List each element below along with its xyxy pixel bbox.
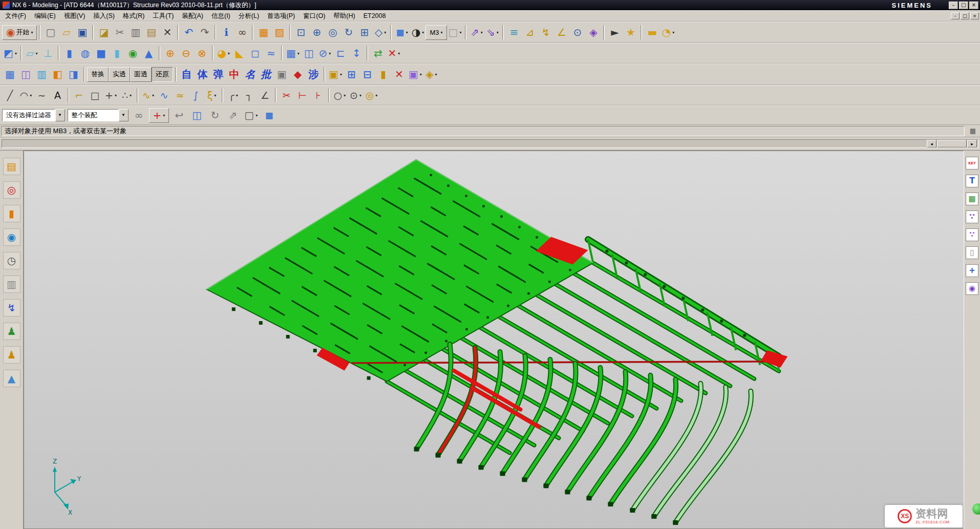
pattern-face-button[interactable]: ▥ [34, 67, 50, 82]
datum-axis-button[interactable]: ↯ [538, 25, 553, 40]
arc-button[interactable]: ◠▾ [18, 88, 34, 103]
vector-button[interactable]: ∠ [553, 25, 569, 40]
angle-measure-button[interactable]: ◔▾ [660, 25, 676, 40]
zi-macro-button[interactable]: 自 [179, 67, 195, 82]
container-button[interactable]: ▯ [966, 246, 978, 259]
chamfer-curve-button[interactable]: ∠ [257, 88, 273, 103]
chevron-down-icon[interactable]: ▼ [55, 109, 65, 121]
palettes-button[interactable]: ▲ [3, 370, 20, 387]
dropdown-arrow-icon[interactable]: ▾ [236, 93, 238, 98]
dropdown-arrow-icon[interactable]: ▾ [435, 72, 437, 77]
menu-tools[interactable]: 工具(T) [148, 11, 178, 20]
shell-button[interactable]: ◻ [247, 46, 263, 61]
model-roof-bows[interactable] [414, 344, 751, 525]
process-studio-button[interactable]: ↯ [3, 299, 20, 316]
chevron-down-icon[interactable]: ▼ [119, 109, 129, 121]
menu-insert[interactable]: 插入(S) [89, 11, 119, 20]
sketch-pen-button[interactable]: ◪ [96, 25, 112, 40]
wave-geometry-linker-button[interactable]: ▦ [2, 67, 18, 82]
find-button[interactable]: ∞ [234, 25, 250, 40]
material-cluster-button[interactable]: ∵ [966, 210, 978, 223]
circle-center-button[interactable]: ⊙▾ [348, 88, 364, 103]
dropdown-arrow-icon[interactable]: ▾ [422, 30, 424, 35]
direct-sketch-button[interactable]: ◩▾ [2, 46, 18, 61]
menu-format[interactable]: 格式(R) [119, 11, 148, 20]
background-swatch-button[interactable]: □▾ [447, 25, 463, 40]
dropdown-arrow-icon[interactable]: ▾ [152, 93, 154, 98]
selection-scope-value[interactable]: 整个装配 [68, 109, 119, 121]
datum-plane-button[interactable]: ▱▾ [24, 46, 40, 61]
open-button[interactable]: ▱ [58, 25, 74, 40]
dropdown-arrow-icon[interactable]: ▾ [297, 51, 300, 56]
menu-et2008[interactable]: ET2008 [359, 11, 390, 20]
menu-help[interactable]: 帮助(H) [329, 11, 359, 20]
display-windows-button[interactable]: ▨ [271, 25, 287, 40]
scale-body-button[interactable]: ↕ [349, 46, 365, 61]
dropdown-arrow-icon[interactable]: ▾ [398, 51, 400, 56]
dropdown-arrow-icon[interactable]: ▾ [30, 93, 32, 98]
circle-button[interactable]: ○▾ [332, 88, 348, 103]
key-button[interactable]: KEY [966, 157, 978, 170]
pan-view-button[interactable]: ⊞ [356, 25, 372, 40]
rotate-view-button[interactable]: ↻ [340, 25, 356, 40]
ellipse-button[interactable]: ◎▾ [364, 88, 379, 103]
mirror-feature-button[interactable]: ◫ [301, 46, 317, 61]
internet-explorer-button[interactable]: ◉ [3, 228, 20, 246]
point-set-button[interactable]: ∴▾ [119, 88, 135, 103]
delete-button[interactable]: ✕ [159, 25, 175, 40]
menu-edit[interactable]: 编辑(E) [30, 11, 60, 20]
quick-extend-button[interactable]: ⊢ [294, 88, 310, 103]
fillet-curve-button[interactable]: ╭▾ [225, 88, 241, 103]
replace-button[interactable]: 替换 [87, 67, 109, 82]
dropdown-arrow-icon[interactable]: ▾ [163, 113, 165, 118]
hole-button[interactable]: ◉ [125, 46, 141, 61]
dropdown-arrow-icon[interactable]: ▾ [255, 113, 258, 118]
face-transparent-button[interactable]: 面透 [130, 67, 152, 82]
extrude-button[interactable]: ▮ [61, 46, 77, 61]
pi-macro-button[interactable]: 批 [258, 67, 274, 82]
point-button[interactable]: +▾ [103, 88, 119, 103]
menu-information[interactable]: 信息(I) [207, 11, 235, 20]
selection-scope-combo[interactable]: 整个装配 ▼ [68, 109, 129, 121]
rotate-tool-button[interactable]: ↻ [207, 108, 223, 123]
dropdown-arrow-icon[interactable]: ▾ [497, 30, 499, 35]
trim-body-button[interactable]: ⊘▾ [317, 46, 333, 61]
snap-button[interactable]: ★ [623, 25, 638, 40]
ming-macro-button[interactable]: 名 [242, 67, 258, 82]
boss-button[interactable]: ▲ [141, 46, 157, 61]
view-section-button[interactable]: ≡ [506, 25, 522, 40]
dropdown-arrow-icon[interactable]: ▾ [420, 72, 422, 77]
line-button[interactable]: ╱ [2, 88, 18, 103]
csys-orient-button[interactable]: ⊿ [522, 25, 538, 40]
delete-face-button[interactable]: ✕▾ [386, 46, 402, 61]
profile-button[interactable]: ⌐ [71, 88, 87, 103]
menu-window[interactable]: 窗口(O) [299, 11, 329, 20]
cavity-button[interactable]: ◧ [50, 67, 66, 82]
export-assembly-button[interactable]: ▣▾ [327, 67, 344, 82]
datum-csys-button[interactable]: ⊥ [40, 46, 56, 61]
clone-button[interactable]: ▣▾ [407, 67, 423, 82]
mdi-close-button[interactable]: × [970, 12, 979, 19]
chamfer-button[interactable]: ◣ [231, 46, 247, 61]
revolve-button[interactable]: ◍ [77, 46, 93, 61]
show-hide-button[interactable]: ◫ [189, 108, 205, 123]
dropdown-arrow-icon[interactable]: ▾ [384, 30, 386, 35]
scroll-right-arrow-icon[interactable]: ▸ [967, 140, 977, 147]
corner-button[interactable]: ┐ [241, 88, 257, 103]
refresh-button[interactable]: ◈ [585, 25, 601, 40]
dropdown-arrow-icon[interactable]: ▾ [115, 93, 117, 98]
menu-analysis[interactable]: 分析(L) [235, 11, 263, 20]
cylinder-button[interactable]: ▮ [109, 46, 125, 61]
dropdown-arrow-icon[interactable]: ▾ [406, 30, 408, 35]
dropdown-arrow-icon[interactable]: ▾ [228, 51, 230, 56]
tan-macro-button[interactable]: 弹 [210, 67, 226, 82]
dropdown-arrow-icon[interactable]: ▾ [214, 93, 216, 98]
selection-filter-combo[interactable]: 没有选择过滤器 ▼ [2, 109, 65, 121]
roles-button[interactable]: ♟ [3, 346, 20, 364]
menu-preferences[interactable]: 首选项(P) [263, 11, 299, 20]
snap-link-button[interactable]: ∞ [131, 108, 147, 123]
spline-button[interactable]: ∿▾ [140, 88, 156, 103]
pattern-feature-button[interactable]: ▦▾ [285, 46, 301, 61]
she-macro-button[interactable]: 涉 [306, 67, 322, 82]
model-cant-rail[interactable] [588, 240, 779, 371]
